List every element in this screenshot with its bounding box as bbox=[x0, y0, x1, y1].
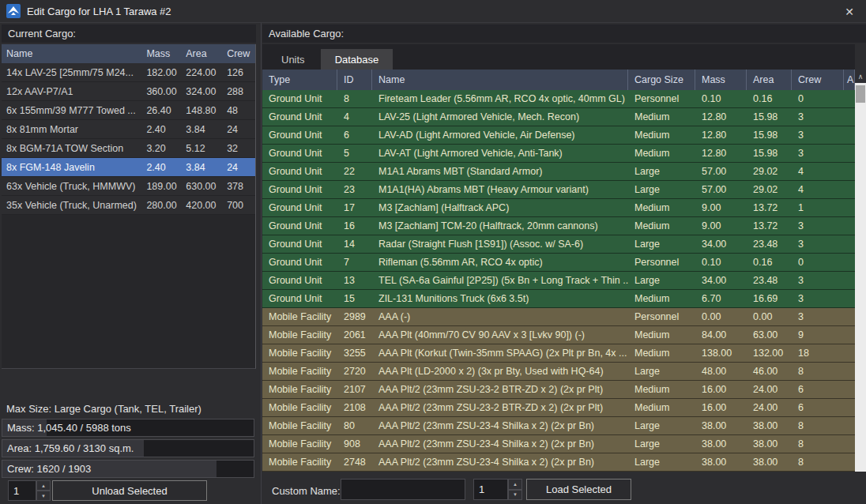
close-icon[interactable]: ✕ bbox=[833, 0, 866, 23]
available-cargo-row[interactable]: Ground Unit 4 LAV-25 (Light Armored Vehi… bbox=[262, 108, 855, 126]
cell-mass: 0.00 bbox=[695, 311, 747, 322]
available-cargo-row[interactable]: Ground Unit 22 M1A1 Abrams MBT (Standard… bbox=[262, 163, 855, 181]
column-header-type[interactable]: Type bbox=[262, 70, 337, 90]
cell-name: AAA (-) bbox=[372, 311, 628, 322]
cell-id: 16 bbox=[337, 220, 372, 231]
column-header-crew[interactable]: Crew bbox=[222, 48, 255, 59]
cell-id: 17 bbox=[337, 202, 372, 213]
available-cargo-row[interactable]: Mobile Facility 2061 AAA Plt (40mm/70 CV… bbox=[262, 326, 855, 344]
cell-id: 80 bbox=[337, 420, 372, 431]
current-cargo-row[interactable]: 6x 155mm/39 M777 Towed ... 26.40 148.80 … bbox=[2, 101, 255, 120]
available-cargo-row[interactable]: Mobile Facility 2107 AAA Plt/2 (23mm ZSU… bbox=[262, 381, 855, 399]
available-cargo-row[interactable]: Mobile Facility 80 AAA Plt/2 (23mm ZSU-2… bbox=[262, 417, 855, 435]
tab-units[interactable]: Units bbox=[267, 49, 319, 70]
current-cargo-row[interactable]: 8x BGM-71A TOW Section 3.20 5.12 32 bbox=[2, 139, 255, 158]
table-scrollbar[interactable]: ∧ bbox=[855, 70, 866, 472]
available-cargo-row[interactable]: Ground Unit 15 ZIL-131 Munitions Truck (… bbox=[262, 290, 855, 308]
cell-area: 0.16 bbox=[747, 257, 792, 268]
load-quantity-value[interactable]: 1 bbox=[473, 479, 508, 500]
available-cargo-row[interactable]: Ground Unit 14 Radar (Straight Flush [1S… bbox=[262, 235, 855, 254]
available-cargo-row[interactable]: Ground Unit 5 LAV-AT (Light Armored Vehi… bbox=[262, 145, 855, 163]
unload-quantity-value[interactable]: 1 bbox=[8, 480, 36, 501]
cell-cargo-size: Medium bbox=[628, 148, 695, 159]
cell-mass: 57.00 bbox=[695, 184, 747, 195]
column-header-crew[interactable]: Crew bbox=[792, 70, 844, 90]
load-selected-button[interactable]: Load Selected bbox=[526, 479, 631, 500]
cell-cargo-size: Medium bbox=[628, 348, 695, 359]
cell-crew: 8 bbox=[792, 366, 844, 377]
available-cargo-row[interactable]: Ground Unit 6 LAV-AD (Light Armored Vehi… bbox=[262, 126, 855, 145]
cell-name: 8x 81mm Mortar bbox=[2, 124, 141, 135]
available-cargo-row[interactable]: Ground Unit 7 Rifleman (5.56mm AR, RCO 4… bbox=[262, 254, 855, 272]
column-header-area[interactable]: Area bbox=[747, 70, 792, 90]
cell-cargo-size: Personnel bbox=[628, 311, 695, 322]
available-cargo-row[interactable]: Mobile Facility 3255 AAA Plt (Korkut (Tw… bbox=[262, 344, 855, 363]
cell-name: 35x Vehicle (Truck, Unarmed) bbox=[2, 200, 141, 211]
custom-name-input[interactable] bbox=[341, 479, 465, 500]
unload-quantity-down-icon[interactable]: ▼ bbox=[36, 491, 51, 501]
available-cargo-row[interactable]: Mobile Facility 2720 AAA Plt (LD-2000 x … bbox=[262, 363, 855, 381]
available-cargo-row[interactable]: Mobile Facility 2989 AAA (-) Personnel 0… bbox=[262, 308, 855, 326]
cell-area: 24.00 bbox=[747, 402, 792, 413]
cell-type: Ground Unit bbox=[262, 184, 337, 195]
cell-mass: 84.00 bbox=[695, 329, 747, 340]
unload-quantity-up-icon[interactable]: ▲ bbox=[36, 480, 51, 491]
cell-mass: 138.00 bbox=[695, 348, 747, 359]
column-header-a[interactable]: A bbox=[844, 70, 855, 90]
cell-type: Ground Unit bbox=[262, 111, 337, 122]
cell-cargo-size: Large bbox=[628, 457, 695, 468]
cell-crew: 3 bbox=[792, 148, 844, 159]
available-cargo-row[interactable]: Mobile Facility 2748 AAA Plt/2 (23mm ZSU… bbox=[262, 453, 855, 472]
available-cargo-row[interactable]: Ground Unit 13 TEL (SA-6a Gainful [2P25]… bbox=[262, 272, 855, 290]
cell-name: AAA Plt (40mm/70 CV 90 AAV x 3 [Lvkv 90]… bbox=[372, 329, 628, 340]
current-cargo-row[interactable]: 8x 81mm Mortar 2.40 3.84 24 bbox=[2, 120, 255, 139]
cell-cargo-size: Large bbox=[628, 275, 695, 286]
column-header-cargo-size[interactable]: Cargo Size bbox=[628, 70, 695, 90]
cell-type: Ground Unit bbox=[262, 130, 337, 141]
available-cargo-row[interactable]: Ground Unit 17 M3 [Zachlam] (Halftrack A… bbox=[262, 199, 855, 217]
column-header-name[interactable]: Name bbox=[2, 48, 141, 59]
unload-selected-button[interactable]: Unload Selected bbox=[52, 480, 207, 501]
column-header-mass[interactable]: Mass bbox=[141, 48, 181, 59]
column-header-area[interactable]: Area bbox=[181, 48, 222, 59]
available-cargo-row[interactable]: Mobile Facility 2108 AAA Plt/2 (23mm ZSU… bbox=[262, 399, 855, 417]
cell-id: 5 bbox=[337, 148, 372, 159]
cell-cargo-size: Personnel bbox=[628, 257, 695, 268]
available-cargo-table: Type ID Name Cargo Size Mass Area Crew A… bbox=[262, 70, 855, 472]
cell-name: Fireteam Leader (5.56mm AR, RCO 4x optic… bbox=[372, 93, 628, 104]
cell-type: Mobile Facility bbox=[262, 457, 337, 468]
tab-database[interactable]: Database bbox=[321, 49, 393, 70]
cell-name: 6x 155mm/39 M777 Towed ... bbox=[2, 105, 141, 116]
cell-mass: 38.00 bbox=[695, 457, 747, 468]
scrollbar-thumb[interactable] bbox=[856, 85, 865, 103]
available-cargo-row[interactable]: Ground Unit 23 M1A1(HA) Abrams MBT (Heav… bbox=[262, 181, 855, 199]
column-header-name[interactable]: Name bbox=[372, 70, 628, 90]
current-cargo-row[interactable]: 14x LAV-25 [25mm/75 M24... 182.00 224.00… bbox=[2, 63, 255, 82]
scroll-up-icon[interactable]: ∧ bbox=[855, 70, 866, 83]
cell-mass: 280.00 bbox=[141, 200, 181, 211]
capacity-bar: Area: 1,759.60 / 3130 sq.m. bbox=[2, 439, 254, 457]
available-cargo-row[interactable]: Mobile Facility 908 AAA Plt/2 (23mm ZSU-… bbox=[262, 435, 855, 453]
available-cargo-row[interactable]: Ground Unit 8 Fireteam Leader (5.56mm AR… bbox=[262, 90, 855, 108]
cell-crew: 126 bbox=[222, 67, 255, 78]
cell-mass: 0.10 bbox=[695, 257, 747, 268]
load-quantity-up-icon[interactable]: ▲ bbox=[508, 479, 522, 490]
current-cargo-row[interactable]: 35x Vehicle (Truck, Unarmed) 280.00 420.… bbox=[2, 196, 255, 215]
cell-name: Rifleman (5.56mm AR, RCO 4x optic) bbox=[372, 257, 628, 268]
column-header-mass[interactable]: Mass bbox=[695, 70, 747, 90]
cell-crew: 3 bbox=[792, 275, 844, 286]
capacity-bars: Mass: 1,045.40 / 5988 tons Area: 1,759.6… bbox=[2, 419, 254, 480]
cell-type: Ground Unit bbox=[262, 293, 337, 304]
column-header-id[interactable]: ID bbox=[337, 70, 372, 90]
load-quantity-down-icon[interactable]: ▼ bbox=[508, 490, 522, 501]
cell-name: LAV-25 (Light Armored Vehicle, Mech. Rec… bbox=[372, 111, 628, 122]
cell-mass: 9.00 bbox=[695, 220, 747, 231]
cell-id: 14 bbox=[337, 239, 372, 250]
cell-cargo-size: Medium bbox=[628, 202, 695, 213]
current-cargo-row[interactable]: 12x AAV-P7/A1 360.00 324.00 288 bbox=[2, 82, 255, 101]
cell-type: Mobile Facility bbox=[262, 329, 337, 340]
current-cargo-row[interactable]: 63x Vehicle (Truck, HMMWV) 189.00 630.00… bbox=[2, 177, 255, 196]
current-cargo-row[interactable]: 8x FGM-148 Javelin 2.40 3.84 24 bbox=[2, 158, 255, 177]
available-cargo-row[interactable]: Ground Unit 16 M3 [Zachlam] TCM-20 (Half… bbox=[262, 217, 855, 235]
cell-name: M1A1(HA) Abrams MBT (Heavy Armour varian… bbox=[372, 184, 628, 195]
